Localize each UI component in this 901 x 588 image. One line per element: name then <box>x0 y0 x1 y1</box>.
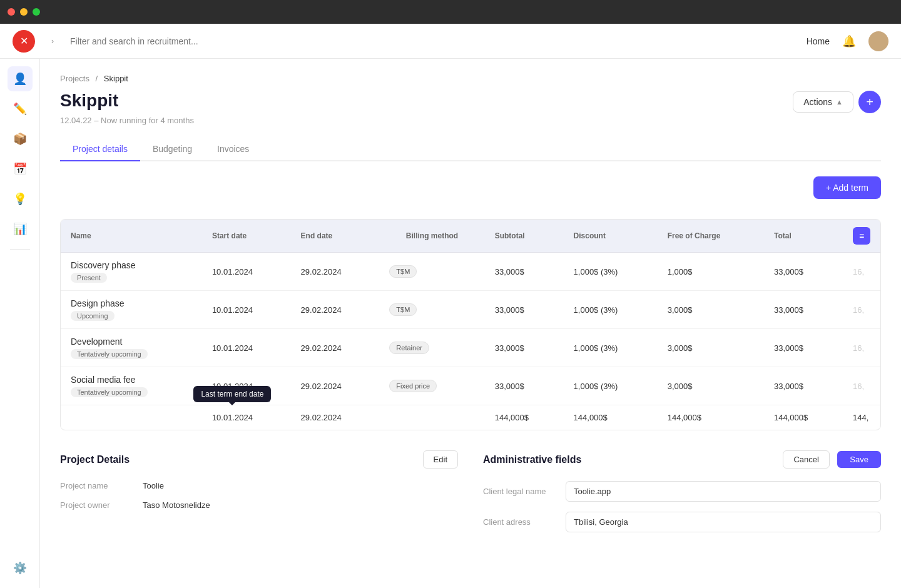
main-layout: 👤 ✏️ 📦 📅 💡 📊 ⚙️ Projects / Skippit <box>0 59 901 588</box>
table-row: Discovery phase Present 10.01.2024 29.02… <box>61 253 880 291</box>
totals-name <box>61 405 202 430</box>
cell-start-date: 10.01.2024 <box>202 367 291 405</box>
cell-discount: 1,000$ (3%) <box>564 329 658 367</box>
tab-project-details[interactable]: Project details <box>60 138 140 161</box>
search-input[interactable] <box>70 36 797 46</box>
sidebar-divider <box>10 249 30 250</box>
client-legal-name-input[interactable] <box>566 481 881 502</box>
cell-extra: 16, <box>843 253 880 291</box>
totals-subtotal: 144,000$ <box>485 405 564 430</box>
totals-total: 144,000$ <box>764 405 843 430</box>
home-link[interactable]: Home <box>807 36 830 46</box>
cell-start-date: 10.01.2024 <box>202 329 291 367</box>
project-details-title: Project Details <box>60 454 130 465</box>
cell-start-date: 10.01.2024 <box>202 253 291 291</box>
page-title: Skippit <box>60 91 118 111</box>
cell-discount: 1,000$ (3%) <box>564 253 658 291</box>
cell-foc: 3,000$ <box>658 367 764 405</box>
term-badge: Present <box>71 273 107 283</box>
col-end-date: End date <box>291 220 380 253</box>
cell-billing: T$M <box>379 253 484 291</box>
minimize-button[interactable] <box>20 8 28 16</box>
col-total: Total <box>764 220 843 253</box>
save-button[interactable]: Save <box>837 451 881 468</box>
cell-total: 33,000$ <box>764 329 843 367</box>
totals-end: 29.02.2024 <box>291 405 380 430</box>
field-row: Project name Toolie <box>60 481 458 490</box>
sidebar-item-bulb[interactable]: 💡 <box>8 186 33 211</box>
breadcrumb-parent[interactable]: Projects <box>60 74 89 83</box>
col-free-of-charge: Free of Charge <box>658 220 764 253</box>
tooltip-wrapper: 10.01.2024 Last term end date <box>212 413 253 422</box>
col-filter: ≡ <box>843 220 880 253</box>
breadcrumb-separator: / <box>96 74 98 83</box>
totals-row: 10.01.2024 Last term end date 29.02.2024… <box>61 405 880 430</box>
tab-invoices[interactable]: Invoices <box>205 138 262 161</box>
billing-badge: T$M <box>389 265 417 278</box>
table-row: Design phase Upcoming 10.01.2024 29.02.2… <box>61 291 880 329</box>
close-button[interactable] <box>8 8 15 16</box>
col-subtotal: Subtotal <box>485 220 564 253</box>
edit-icon: ✏️ <box>13 102 27 116</box>
chart-icon: 📊 <box>13 222 27 236</box>
add-term-wrapper: + Add term <box>60 176 881 209</box>
add-button[interactable]: + <box>858 91 881 113</box>
sidebar-item-edit[interactable]: ✏️ <box>8 96 33 121</box>
content-area: Projects / Skippit Skippit Actions ▲ + 1… <box>40 59 901 588</box>
totals-billing <box>379 405 484 430</box>
sidebar-item-box[interactable]: 📦 <box>8 126 33 151</box>
sidebar-item-calendar[interactable]: 📅 <box>8 156 33 181</box>
page-title-wrap: Skippit <box>60 91 118 111</box>
breadcrumb-current: Skippit <box>104 74 128 83</box>
avatar[interactable] <box>868 31 888 51</box>
cell-end-date: 29.02.2024 <box>291 329 380 367</box>
totals-foc: 144,000$ <box>658 405 764 430</box>
billing-badge: Retainer <box>389 342 429 354</box>
cell-discount: 1,000$ (3%) <box>564 367 658 405</box>
titlebar <box>0 0 901 24</box>
term-badge: Tentatively upcoming <box>71 387 148 397</box>
add-term-label: + Add term <box>826 183 868 193</box>
cell-total: 33,000$ <box>764 253 843 291</box>
sidebar-item-chart[interactable]: 📊 <box>8 216 33 241</box>
terms-table: Name Start date End date Billing method … <box>61 220 880 430</box>
settings-icon: ⚙️ <box>13 561 27 575</box>
cell-end-date: 29.02.2024 <box>291 367 380 405</box>
maximize-button[interactable] <box>33 8 40 16</box>
term-name: Discovery phase <box>71 260 192 270</box>
expand-icon[interactable]: › <box>45 34 60 49</box>
filter-icon[interactable]: ≡ <box>853 227 870 245</box>
term-name: Social media fee <box>71 375 192 385</box>
table-row: Development Tentatively upcoming 10.01.2… <box>61 329 880 367</box>
col-billing-method: Billing method <box>379 220 484 253</box>
cell-name: Design phase Upcoming <box>61 291 202 329</box>
client-address-input[interactable] <box>566 512 881 532</box>
sidebar-item-users[interactable]: 👤 <box>8 66 33 91</box>
actions-button[interactable]: Actions ▲ <box>793 91 853 113</box>
add-term-button[interactable]: + Add term <box>813 176 881 199</box>
bottom-section: Project Details Edit Project name Toolie… <box>60 450 881 542</box>
cell-billing: T$M <box>379 291 484 329</box>
project-details-header: Project Details Edit <box>60 450 458 469</box>
cell-subtotal: 33,000$ <box>485 329 564 367</box>
billing-badge: T$M <box>389 303 417 316</box>
bell-icon[interactable]: 🔔 <box>842 34 856 48</box>
term-badge: Upcoming <box>71 311 115 321</box>
cell-name: Development Tentatively upcoming <box>61 329 202 367</box>
cell-foc: 3,000$ <box>658 291 764 329</box>
plus-icon: + <box>866 95 873 109</box>
sidebar-item-settings[interactable]: ⚙️ <box>8 555 33 580</box>
table-container: Name Start date End date Billing method … <box>60 219 881 430</box>
cell-total: 33,000$ <box>764 367 843 405</box>
cell-discount: 1,000$ (3%) <box>564 291 658 329</box>
admin-field-row: Client adress <box>483 512 881 532</box>
cancel-button[interactable]: Cancel <box>783 450 829 469</box>
field-row: Project owner Taso Motosnelidze <box>60 500 458 510</box>
tab-budgeting[interactable]: Budgeting <box>140 138 205 161</box>
tabs: Project details Budgeting Invoices <box>60 138 881 161</box>
cell-billing: Fixed price <box>379 367 484 405</box>
totals-start: 10.01.2024 Last term end date <box>202 405 291 430</box>
edit-button[interactable]: Edit <box>423 450 458 469</box>
topnav: ✕ › Home 🔔 <box>0 24 901 59</box>
cell-total: 33,000$ <box>764 291 843 329</box>
